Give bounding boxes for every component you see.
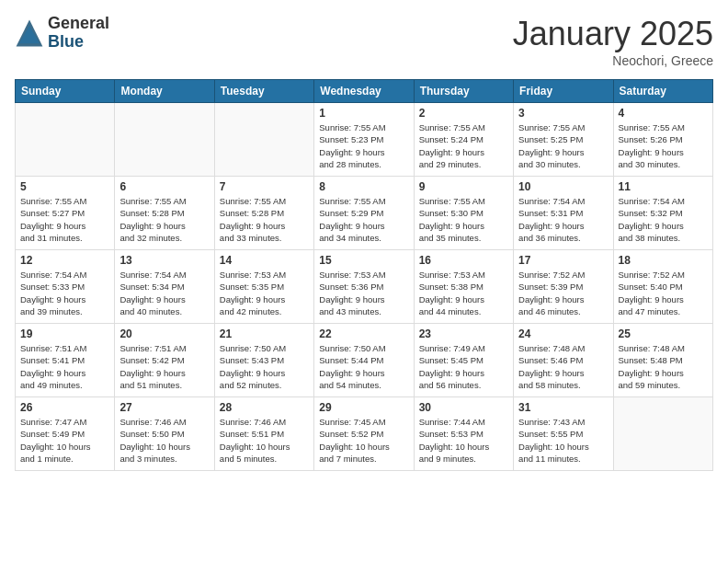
day-info: Sunrise: 7:51 AM Sunset: 5:42 PM Dayligh… — [119, 342, 209, 391]
calendar-day-cell: 13Sunrise: 7:54 AM Sunset: 5:34 PM Dayli… — [115, 250, 214, 324]
weekday-header: Friday — [514, 80, 613, 103]
day-number: 27 — [119, 401, 209, 414]
day-info: Sunrise: 7:48 AM Sunset: 5:46 PM Dayligh… — [518, 342, 608, 391]
day-number: 12 — [20, 254, 109, 267]
day-number: 30 — [419, 401, 508, 414]
day-number: 13 — [119, 254, 209, 267]
day-number: 28 — [220, 401, 309, 414]
day-info: Sunrise: 7:53 AM Sunset: 5:38 PM Dayligh… — [419, 269, 508, 317]
calendar-day-cell: 5Sunrise: 7:55 AM Sunset: 5:27 PM Daylig… — [16, 177, 115, 250]
calendar-week-row: 1Sunrise: 7:55 AM Sunset: 5:23 PM Daylig… — [16, 103, 713, 177]
day-number: 15 — [319, 254, 408, 267]
day-number: 16 — [419, 254, 508, 267]
calendar-header-row: SundayMondayTuesdayWednesdayThursdayFrid… — [16, 80, 713, 103]
calendar-day-cell — [115, 103, 214, 177]
calendar-day-cell: 1Sunrise: 7:55 AM Sunset: 5:23 PM Daylig… — [314, 103, 414, 177]
day-number: 22 — [319, 327, 408, 340]
calendar-day-cell: 12Sunrise: 7:54 AM Sunset: 5:33 PM Dayli… — [16, 250, 115, 324]
day-number: 26 — [20, 401, 109, 414]
calendar-day-cell: 27Sunrise: 7:46 AM Sunset: 5:50 PM Dayli… — [115, 397, 214, 471]
calendar-day-cell: 3Sunrise: 7:55 AM Sunset: 5:25 PM Daylig… — [514, 103, 613, 177]
day-number: 20 — [119, 327, 209, 340]
calendar-day-cell: 28Sunrise: 7:46 AM Sunset: 5:51 PM Dayli… — [214, 397, 313, 471]
day-info: Sunrise: 7:50 AM Sunset: 5:43 PM Dayligh… — [220, 342, 309, 391]
day-info: Sunrise: 7:46 AM Sunset: 5:51 PM Dayligh… — [220, 416, 309, 465]
day-number: 24 — [518, 327, 608, 340]
calendar-day-cell: 2Sunrise: 7:55 AM Sunset: 5:24 PM Daylig… — [414, 103, 513, 177]
calendar-day-cell: 18Sunrise: 7:52 AM Sunset: 5:40 PM Dayli… — [613, 250, 712, 324]
weekday-header: Saturday — [613, 80, 712, 103]
calendar-day-cell: 10Sunrise: 7:54 AM Sunset: 5:31 PM Dayli… — [514, 177, 613, 250]
weekday-header: Wednesday — [314, 80, 414, 103]
day-info: Sunrise: 7:55 AM Sunset: 5:24 PM Dayligh… — [419, 121, 508, 170]
day-number: 21 — [220, 327, 309, 340]
day-number: 14 — [220, 254, 309, 267]
day-info: Sunrise: 7:55 AM Sunset: 5:25 PM Dayligh… — [518, 121, 608, 170]
calendar-day-cell: 8Sunrise: 7:55 AM Sunset: 5:29 PM Daylig… — [314, 177, 414, 250]
calendar-day-cell: 15Sunrise: 7:53 AM Sunset: 5:36 PM Dayli… — [314, 250, 414, 324]
day-info: Sunrise: 7:48 AM Sunset: 5:48 PM Dayligh… — [619, 342, 708, 391]
calendar-day-cell: 21Sunrise: 7:50 AM Sunset: 5:43 PM Dayli… — [214, 324, 313, 397]
day-info: Sunrise: 7:55 AM Sunset: 5:26 PM Dayligh… — [619, 121, 708, 170]
month-title: January 2025 — [513, 15, 713, 53]
day-info: Sunrise: 7:46 AM Sunset: 5:50 PM Dayligh… — [119, 416, 209, 465]
day-number: 6 — [119, 180, 209, 193]
logo-general: General — [48, 15, 109, 33]
calendar-day-cell: 17Sunrise: 7:52 AM Sunset: 5:39 PM Dayli… — [514, 250, 613, 324]
day-number: 19 — [20, 327, 109, 340]
calendar-day-cell: 7Sunrise: 7:55 AM Sunset: 5:28 PM Daylig… — [214, 177, 313, 250]
day-info: Sunrise: 7:49 AM Sunset: 5:45 PM Dayligh… — [419, 342, 508, 391]
calendar-week-row: 12Sunrise: 7:54 AM Sunset: 5:33 PM Dayli… — [16, 250, 713, 324]
calendar-day-cell: 19Sunrise: 7:51 AM Sunset: 5:41 PM Dayli… — [16, 324, 115, 397]
calendar-day-cell: 11Sunrise: 7:54 AM Sunset: 5:32 PM Dayli… — [613, 177, 712, 250]
day-number: 29 — [319, 401, 408, 414]
day-number: 4 — [619, 107, 708, 120]
calendar-day-cell: 14Sunrise: 7:53 AM Sunset: 5:35 PM Dayli… — [214, 250, 313, 324]
day-number: 25 — [619, 327, 708, 340]
calendar-week-row: 26Sunrise: 7:47 AM Sunset: 5:49 PM Dayli… — [16, 397, 713, 471]
calendar-day-cell: 4Sunrise: 7:55 AM Sunset: 5:26 PM Daylig… — [613, 103, 712, 177]
day-info: Sunrise: 7:45 AM Sunset: 5:52 PM Dayligh… — [319, 416, 408, 465]
calendar-day-cell: 22Sunrise: 7:50 AM Sunset: 5:44 PM Dayli… — [314, 324, 414, 397]
calendar-day-cell: 31Sunrise: 7:43 AM Sunset: 5:55 PM Dayli… — [514, 397, 613, 471]
day-number: 17 — [518, 254, 608, 267]
day-number: 7 — [220, 180, 309, 193]
logo-text: General Blue — [48, 15, 109, 52]
day-number: 1 — [319, 107, 408, 120]
calendar-day-cell — [613, 397, 712, 471]
day-info: Sunrise: 7:52 AM Sunset: 5:40 PM Dayligh… — [619, 269, 708, 317]
logo: General Blue — [15, 15, 109, 52]
calendar-day-cell: 6Sunrise: 7:55 AM Sunset: 5:28 PM Daylig… — [115, 177, 214, 250]
day-info: Sunrise: 7:54 AM Sunset: 5:32 PM Dayligh… — [619, 195, 708, 244]
logo-icon — [15, 18, 44, 48]
day-number: 10 — [518, 180, 608, 193]
day-number: 11 — [619, 180, 708, 193]
calendar-day-cell: 24Sunrise: 7:48 AM Sunset: 5:46 PM Dayli… — [514, 324, 613, 397]
calendar-day-cell: 9Sunrise: 7:55 AM Sunset: 5:30 PM Daylig… — [414, 177, 513, 250]
weekday-header: Tuesday — [214, 80, 313, 103]
weekday-header: Thursday — [414, 80, 513, 103]
calendar-day-cell: 26Sunrise: 7:47 AM Sunset: 5:49 PM Dayli… — [16, 397, 115, 471]
day-info: Sunrise: 7:54 AM Sunset: 5:33 PM Dayligh… — [20, 269, 109, 317]
day-number: 18 — [619, 254, 708, 267]
day-number: 2 — [419, 107, 508, 120]
day-info: Sunrise: 7:53 AM Sunset: 5:36 PM Dayligh… — [319, 269, 408, 317]
calendar-day-cell — [16, 103, 115, 177]
calendar-day-cell: 29Sunrise: 7:45 AM Sunset: 5:52 PM Dayli… — [314, 397, 414, 471]
title-area: January 2025 Neochori, Greece — [513, 15, 713, 68]
calendar-day-cell: 30Sunrise: 7:44 AM Sunset: 5:53 PM Dayli… — [414, 397, 513, 471]
weekday-header: Monday — [115, 80, 214, 103]
day-info: Sunrise: 7:55 AM Sunset: 5:29 PM Dayligh… — [319, 195, 408, 244]
day-number: 5 — [20, 180, 109, 193]
day-info: Sunrise: 7:43 AM Sunset: 5:55 PM Dayligh… — [518, 416, 608, 465]
day-info: Sunrise: 7:53 AM Sunset: 5:35 PM Dayligh… — [220, 269, 309, 317]
day-info: Sunrise: 7:44 AM Sunset: 5:53 PM Dayligh… — [419, 416, 508, 465]
day-info: Sunrise: 7:55 AM Sunset: 5:30 PM Dayligh… — [419, 195, 508, 244]
calendar-day-cell: 16Sunrise: 7:53 AM Sunset: 5:38 PM Dayli… — [414, 250, 513, 324]
day-number: 3 — [518, 107, 608, 120]
calendar-day-cell: 25Sunrise: 7:48 AM Sunset: 5:48 PM Dayli… — [613, 324, 712, 397]
day-info: Sunrise: 7:54 AM Sunset: 5:31 PM Dayligh… — [518, 195, 608, 244]
day-info: Sunrise: 7:55 AM Sunset: 5:27 PM Dayligh… — [20, 195, 109, 244]
day-number: 8 — [319, 180, 408, 193]
calendar-day-cell: 23Sunrise: 7:49 AM Sunset: 5:45 PM Dayli… — [414, 324, 513, 397]
